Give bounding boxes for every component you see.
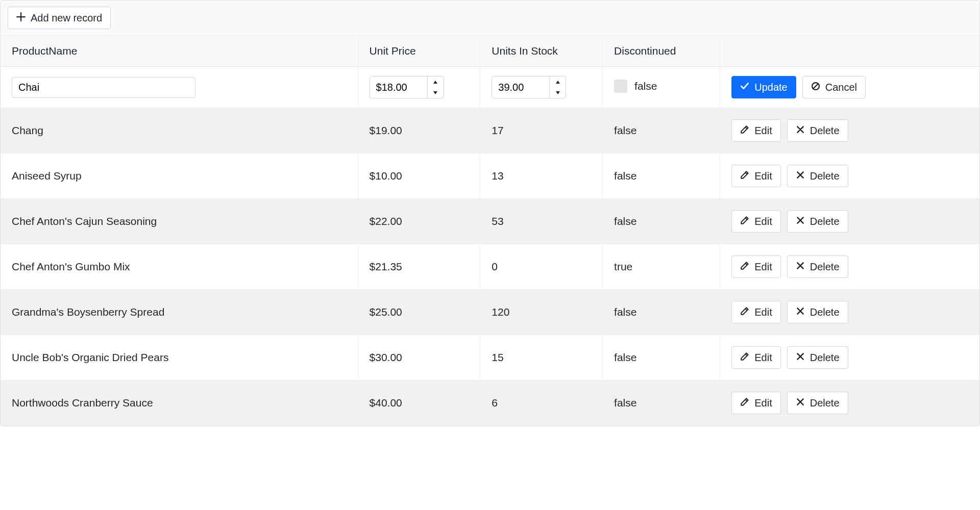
update-label: Update	[754, 81, 788, 94]
header-discontinued[interactable]: Discontinued	[603, 36, 720, 67]
delete-label: Delete	[810, 169, 840, 183]
cell-discontinued: false	[603, 108, 720, 154]
cell-discontinued: false	[603, 380, 720, 426]
delete-label: Delete	[810, 260, 840, 273]
cell-product-name: Uncle Bob's Organic Dried Pears	[1, 335, 358, 380]
delete-button[interactable]: Delete	[787, 210, 848, 233]
edit-button[interactable]: Edit	[731, 165, 780, 187]
cell-product-name: Chef Anton's Cajun Seasoning	[1, 199, 358, 244]
delete-label: Delete	[810, 396, 840, 410]
close-icon	[796, 215, 805, 228]
edit-label: Edit	[754, 169, 772, 183]
units-in-stock-decrement[interactable]	[550, 87, 566, 98]
close-icon	[796, 124, 805, 137]
pencil-icon	[740, 396, 749, 410]
delete-button[interactable]: Delete	[787, 392, 848, 414]
table-row: Uncle Bob's Organic Dried Pears $30.00 1…	[1, 335, 979, 380]
cell-discontinued: true	[603, 244, 720, 290]
cell-product-name: Chef Anton's Gumbo Mix	[1, 244, 358, 290]
edit-label: Edit	[754, 260, 772, 273]
discontinued-value: false	[634, 80, 657, 92]
header-units-in-stock[interactable]: Units In Stock	[480, 36, 603, 67]
close-icon	[796, 260, 805, 273]
unit-price-stepper[interactable]	[370, 76, 444, 98]
table-row: Northwoods Cranberry Sauce $40.00 6 fals…	[1, 380, 979, 426]
edit-button[interactable]: Edit	[731, 119, 780, 142]
cell-units-in-stock: 13	[480, 154, 603, 199]
cell-unit-price: $30.00	[358, 335, 480, 380]
pencil-icon	[740, 260, 749, 273]
pencil-icon	[740, 124, 749, 137]
cell-discontinued: false	[603, 335, 720, 380]
data-grid: Add new record ProductName Unit Price Un…	[0, 0, 980, 426]
cell-product-name: Northwoods Cranberry Sauce	[1, 380, 358, 426]
delete-label: Delete	[810, 351, 840, 364]
units-in-stock-stepper[interactable]	[492, 76, 566, 98]
cell-discontinued: false	[603, 199, 720, 244]
delete-button[interactable]: Delete	[787, 119, 848, 142]
product-name-input[interactable]	[12, 77, 195, 98]
pencil-icon	[740, 351, 749, 364]
cell-unit-price: $40.00	[358, 380, 480, 426]
header-row: ProductName Unit Price Units In Stock Di…	[1, 36, 979, 67]
table-row: Chef Anton's Gumbo Mix $21.35 0 true Edi…	[1, 244, 979, 290]
cell-units-in-stock: 53	[480, 199, 603, 244]
edit-button[interactable]: Edit	[731, 210, 780, 233]
edit-row: false Update	[1, 67, 979, 108]
svg-line-1	[813, 84, 818, 88]
pencil-icon	[740, 169, 749, 183]
edit-button[interactable]: Edit	[731, 392, 780, 414]
products-table: ProductName Unit Price Units In Stock Di…	[1, 36, 979, 426]
svg-line-7	[746, 354, 747, 355]
check-icon	[740, 81, 749, 94]
header-unit-price[interactable]: Unit Price	[358, 36, 480, 67]
cell-unit-price: $25.00	[358, 290, 480, 335]
unit-price-decrement[interactable]	[428, 87, 444, 98]
header-product-name[interactable]: ProductName	[1, 36, 358, 67]
unit-price-input[interactable]	[370, 76, 427, 98]
cell-unit-price: $19.00	[358, 108, 480, 154]
delete-button[interactable]: Delete	[787, 165, 848, 187]
units-in-stock-increment[interactable]	[550, 76, 566, 87]
delete-button[interactable]: Delete	[787, 256, 848, 278]
delete-label: Delete	[810, 215, 840, 228]
delete-button[interactable]: Delete	[787, 301, 848, 323]
cell-units-in-stock: 15	[480, 335, 603, 380]
table-row: Chef Anton's Cajun Seasoning $22.00 53 f…	[1, 199, 979, 244]
svg-line-3	[746, 172, 747, 174]
cancel-button[interactable]: Cancel	[802, 76, 866, 98]
units-in-stock-input[interactable]	[492, 76, 549, 98]
cell-unit-price: $21.35	[358, 244, 480, 290]
pencil-icon	[740, 305, 749, 319]
add-new-record-button[interactable]: Add new record	[8, 7, 111, 29]
close-icon	[796, 305, 805, 319]
cell-product-name: Aniseed Syrup	[1, 154, 358, 199]
cancel-icon	[811, 81, 820, 94]
pencil-icon	[740, 215, 749, 228]
delete-button[interactable]: Delete	[787, 346, 848, 369]
delete-label: Delete	[810, 124, 840, 137]
update-button[interactable]: Update	[731, 76, 796, 98]
close-icon	[796, 351, 805, 364]
table-row: Chang $19.00 17 false Edit Delete	[1, 108, 979, 154]
header-commands	[720, 36, 979, 67]
cell-discontinued: false	[603, 154, 720, 199]
delete-label: Delete	[810, 305, 840, 319]
edit-button[interactable]: Edit	[731, 256, 780, 278]
cell-units-in-stock: 120	[480, 290, 603, 335]
cell-unit-price: $22.00	[358, 199, 480, 244]
edit-button[interactable]: Edit	[731, 346, 780, 369]
edit-label: Edit	[754, 396, 772, 410]
edit-button[interactable]: Edit	[731, 301, 780, 323]
grid-toolbar: Add new record	[1, 1, 979, 36]
edit-label: Edit	[754, 124, 772, 137]
add-new-record-label: Add new record	[31, 11, 102, 24]
cell-units-in-stock: 6	[480, 380, 603, 426]
unit-price-increment[interactable]	[428, 76, 444, 87]
svg-line-4	[746, 218, 747, 219]
discontinued-checkbox[interactable]	[614, 80, 627, 93]
svg-line-2	[746, 127, 747, 129]
cell-units-in-stock: 17	[480, 108, 603, 154]
edit-label: Edit	[754, 351, 772, 364]
close-icon	[796, 396, 805, 410]
